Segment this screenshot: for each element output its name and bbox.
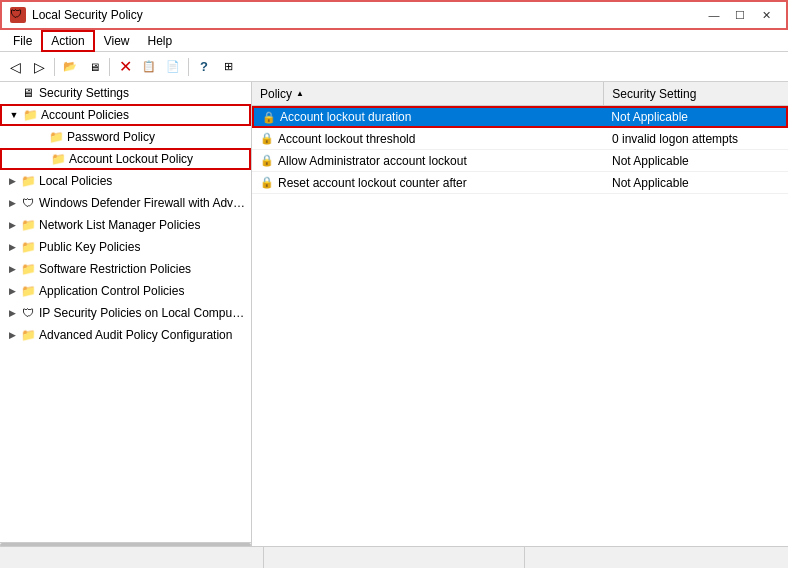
expand-local-policies[interactable]: ▶: [4, 173, 20, 189]
column-header-setting[interactable]: Security Setting: [604, 82, 788, 105]
status-bar: [0, 546, 788, 568]
cell-setting-2: 0 invalid logon attempts: [604, 130, 788, 148]
ip-security-label: IP Security Policies on Local Compute...: [39, 306, 247, 320]
tree-item-password-policy[interactable]: 📁 Password Policy: [0, 126, 251, 148]
list-row-account-lockout-duration[interactable]: 🔒 Account lockout duration Not Applicabl…: [252, 106, 788, 128]
menu-bar: File Action View Help: [0, 30, 788, 52]
delete-button[interactable]: ✕: [114, 56, 136, 78]
advanced-audit-icon: 📁: [20, 327, 36, 343]
help-button[interactable]: ?: [193, 56, 215, 78]
expand-ip-security[interactable]: ▶: [4, 305, 20, 321]
column-setting-label: Security Setting: [612, 87, 696, 101]
title-bar-controls: — ☐ ✕: [702, 6, 778, 24]
console-button[interactable]: ⊞: [217, 56, 239, 78]
windows-defender-icon: 🛡: [20, 195, 36, 211]
row-3-policy-text: Allow Administrator account lockout: [278, 154, 467, 168]
row-1-policy-text: Account lockout duration: [280, 110, 411, 124]
cell-setting-1: Not Applicable: [603, 108, 786, 126]
network-list-label: Network List Manager Policies: [39, 218, 200, 232]
tree-item-security-settings[interactable]: 🖥 Security Settings: [0, 82, 251, 104]
tree-item-app-control[interactable]: ▶ 📁 Application Control Policies: [0, 280, 251, 302]
tree-item-public-key[interactable]: ▶ 📁 Public Key Policies: [0, 236, 251, 258]
expand-advanced-audit[interactable]: ▶: [4, 327, 20, 343]
menu-action[interactable]: Action: [41, 30, 94, 52]
title-bar: 🛡 Local Security Policy — ☐ ✕: [0, 0, 788, 30]
row-3-setting-text: Not Applicable: [612, 154, 689, 168]
public-key-label: Public Key Policies: [39, 240, 140, 254]
tree-item-network-list[interactable]: ▶ 📁 Network List Manager Policies: [0, 214, 251, 236]
export-button[interactable]: 📄: [162, 56, 184, 78]
cell-setting-4: Not Applicable: [604, 174, 788, 192]
main-area: 🖥 Security Settings ▼ 📁 Account Policies…: [0, 82, 788, 546]
properties-button[interactable]: 📋: [138, 56, 160, 78]
password-policy-icon: 📁: [48, 129, 64, 145]
account-policies-label: Account Policies: [41, 108, 129, 122]
expand-software-restriction[interactable]: ▶: [4, 261, 20, 277]
show-hide-button[interactable]: 🖥: [83, 56, 105, 78]
tree-item-software-restriction[interactable]: ▶ 📁 Software Restriction Policies: [0, 258, 251, 280]
password-policy-label: Password Policy: [67, 130, 155, 144]
software-restriction-icon: 📁: [20, 261, 36, 277]
account-lockout-label: Account Lockout Policy: [69, 152, 193, 166]
cell-policy-1: 🔒 Account lockout duration: [254, 108, 603, 126]
tree-item-local-policies[interactable]: ▶ 📁 Local Policies: [0, 170, 251, 192]
status-pane-3: [525, 547, 784, 568]
cell-policy-4: 🔒 Reset account lockout counter after: [252, 174, 604, 192]
local-policies-icon: 📁: [20, 173, 36, 189]
expand-network-list[interactable]: ▶: [4, 217, 20, 233]
tree-scroll-area: 🖥 Security Settings ▼ 📁 Account Policies…: [0, 82, 251, 542]
minimize-button[interactable]: —: [702, 6, 726, 24]
cell-policy-2: 🔒 Account lockout threshold: [252, 130, 604, 148]
security-settings-icon: 🖥: [20, 85, 36, 101]
advanced-audit-label: Advanced Audit Policy Configuration: [39, 328, 232, 342]
tree-item-ip-security[interactable]: ▶ 🛡 IP Security Policies on Local Comput…: [0, 302, 251, 324]
software-restriction-label: Software Restriction Policies: [39, 262, 191, 276]
list-panel: Policy ▲ Security Setting 🔒 Account lock…: [252, 82, 788, 546]
tree-item-advanced-audit[interactable]: ▶ 📁 Advanced Audit Policy Configuration: [0, 324, 251, 346]
row-2-policy-text: Account lockout threshold: [278, 132, 415, 146]
toolbar-separator-3: [188, 58, 189, 76]
row-2-setting-text: 0 invalid logon attempts: [612, 132, 738, 146]
list-row-allow-admin-lockout[interactable]: 🔒 Allow Administrator account lockout No…: [252, 150, 788, 172]
expand-password-policy[interactable]: [32, 129, 48, 145]
expand-app-control[interactable]: ▶: [4, 283, 20, 299]
column-policy-label: Policy: [260, 87, 292, 101]
account-policies-icon: 📁: [22, 107, 38, 123]
tree-item-windows-defender[interactable]: ▶ 🛡 Windows Defender Firewall with Adva.…: [0, 192, 251, 214]
row-1-icon: 🔒: [262, 110, 276, 124]
row-1-setting-text: Not Applicable: [611, 110, 688, 124]
list-header: Policy ▲ Security Setting: [252, 82, 788, 106]
expand-windows-defender[interactable]: ▶: [4, 195, 20, 211]
back-button[interactable]: ◁: [4, 56, 26, 78]
list-row-reset-counter[interactable]: 🔒 Reset account lockout counter after No…: [252, 172, 788, 194]
title-bar-title: Local Security Policy: [32, 8, 143, 22]
menu-view[interactable]: View: [95, 31, 139, 51]
tree-item-account-lockout-policy[interactable]: 📁 Account Lockout Policy: [0, 148, 251, 170]
title-bar-left: 🛡 Local Security Policy: [10, 7, 143, 23]
row-4-icon: 🔒: [260, 176, 274, 190]
public-key-icon: 📁: [20, 239, 36, 255]
row-3-icon: 🔒: [260, 154, 274, 168]
menu-file[interactable]: File: [4, 31, 41, 51]
tree-item-account-policies[interactable]: ▼ 📁 Account Policies: [0, 104, 251, 126]
ip-security-icon: 🛡: [20, 305, 36, 321]
local-policies-label: Local Policies: [39, 174, 112, 188]
close-button[interactable]: ✕: [754, 6, 778, 24]
expand-account-policies[interactable]: ▼: [6, 107, 22, 123]
network-list-icon: 📁: [20, 217, 36, 233]
menu-help[interactable]: Help: [139, 31, 182, 51]
app-control-label: Application Control Policies: [39, 284, 184, 298]
column-header-policy[interactable]: Policy ▲: [252, 82, 604, 105]
expand-account-lockout[interactable]: [34, 151, 50, 167]
forward-button[interactable]: ▷: [28, 56, 50, 78]
sort-indicator-policy: ▲: [296, 89, 304, 98]
maximize-button[interactable]: ☐: [728, 6, 752, 24]
account-lockout-icon: 📁: [50, 151, 66, 167]
expand-security-settings[interactable]: [4, 85, 20, 101]
security-settings-label: Security Settings: [39, 86, 129, 100]
up-button[interactable]: 📂: [59, 56, 81, 78]
expand-public-key[interactable]: ▶: [4, 239, 20, 255]
tree-panel: 🖥 Security Settings ▼ 📁 Account Policies…: [0, 82, 252, 546]
list-row-account-lockout-threshold[interactable]: 🔒 Account lockout threshold 0 invalid lo…: [252, 128, 788, 150]
cell-policy-3: 🔒 Allow Administrator account lockout: [252, 152, 604, 170]
